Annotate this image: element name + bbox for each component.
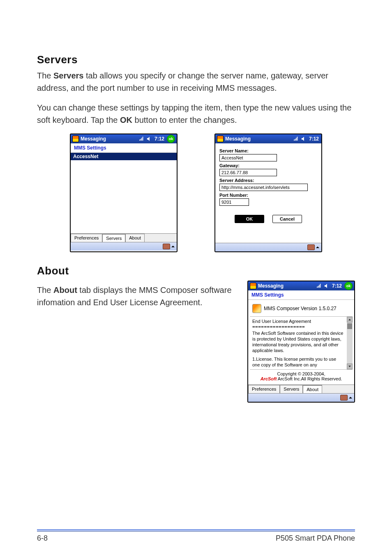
scroll-thumb[interactable]: [347, 323, 352, 329]
pda-screenshot-servers-list: Messaging 7:12 ok MMS Settings AccessNet…: [70, 134, 178, 252]
keyboard-icon[interactable]: [163, 244, 170, 249]
scroll-up-icon[interactable]: [347, 317, 353, 322]
cancel-button[interactable]: Cancel: [272, 215, 302, 223]
label-port-number: Port Number:: [219, 193, 317, 198]
keyboard-menu-arrow-icon[interactable]: [316, 245, 320, 249]
speaker-icon[interactable]: [146, 136, 152, 141]
signal-icon[interactable]: [139, 136, 145, 141]
pda-footer: [215, 243, 321, 251]
product-name: P505 Smart PDA Phone: [276, 534, 355, 543]
servers-word-bold: Servers: [53, 71, 83, 80]
servers-paragraph-2: You can change these settings by tapping…: [37, 101, 355, 126]
mms-settings-subheader: MMS Settings: [71, 143, 177, 153]
servers-screenshots-row: Messaging 7:12 ok MMS Settings AccessNet…: [37, 134, 355, 252]
copyright-line-2-rest: ArcSoft Inc.All Rights Reserved.: [277, 376, 342, 381]
ok-badge-icon[interactable]: ok: [344, 282, 353, 290]
input-server-address[interactable]: [219, 184, 308, 191]
tab-about[interactable]: About: [125, 234, 145, 242]
ok-button[interactable]: OK: [235, 215, 264, 223]
eula-scrollbar[interactable]: [347, 317, 353, 369]
input-port-number[interactable]: [219, 198, 249, 206]
label-server-name: Server Name:: [219, 148, 317, 153]
eula-title: End User License Agreement: [252, 318, 344, 324]
server-list-item-selected[interactable]: AccessNet: [71, 153, 177, 160]
composer-app-icon: [252, 304, 261, 313]
keyboard-menu-arrow-icon[interactable]: [348, 396, 353, 400]
about-copyright: Copyright © 2003-2004, ArcSoft ArcSoft I…: [250, 369, 353, 384]
copyright-line-1: Copyright © 2003-2004,: [251, 371, 352, 376]
settings-tabs: Preferences Servers About: [248, 385, 354, 393]
ok-word-bold: OK: [120, 115, 132, 124]
footer-sub-rule: [37, 531, 355, 532]
page-footer: 6-8 P505 Smart PDA Phone: [37, 530, 355, 543]
text-span: The: [37, 286, 53, 295]
server-list-empty-area[interactable]: [71, 160, 177, 233]
titlebar: Messaging 7:12 ok: [71, 134, 177, 143]
about-version-text: MMS Composer Version 1.5.0.27: [264, 306, 337, 311]
start-flag-icon[interactable]: [72, 136, 79, 142]
about-word-bold: About: [53, 286, 77, 295]
copyright-line-2: ArcSoft ArcSoft Inc.All Rights Reserved.: [251, 376, 352, 381]
about-paragraph: The About tab displays the MMS Composer …: [37, 284, 235, 309]
pda-footer: [71, 242, 177, 251]
scroll-down-icon[interactable]: [347, 364, 353, 369]
signal-icon[interactable]: [293, 136, 299, 141]
servers-paragraph-1: The Servers tab allows you specify or ch…: [37, 69, 355, 94]
start-flag-icon[interactable]: [250, 283, 256, 289]
app-title: Messaging: [258, 283, 315, 289]
arcsoft-logo-text: ArcSoft: [261, 376, 277, 381]
eula-text: End User License Agreement =============…: [250, 317, 347, 369]
clock-text: 7:12: [154, 136, 165, 142]
app-title: Messaging: [81, 136, 137, 142]
about-body: MMS Composer Version 1.5.0.27 End User L…: [248, 300, 354, 385]
pda-footer: [248, 393, 354, 402]
about-version-row: MMS Composer Version 1.5.0.27: [250, 302, 353, 317]
clock-text: 7:12: [331, 283, 343, 289]
ok-badge-icon[interactable]: ok: [167, 135, 175, 143]
footer-rule: [37, 530, 355, 530]
mms-settings-subheader: MMS Settings: [248, 290, 354, 300]
tab-servers[interactable]: Servers: [102, 234, 125, 242]
text-span: The: [37, 71, 53, 80]
tab-about[interactable]: About: [303, 385, 322, 393]
speaker-icon[interactable]: [324, 283, 330, 288]
speaker-icon[interactable]: [301, 136, 307, 141]
tab-servers[interactable]: Servers: [280, 385, 303, 393]
server-edit-form: Server Name: Gateway: Server Address: Po…: [215, 143, 321, 243]
eula-paragraph-1: The ArcSoft Software contained in this d…: [252, 330, 344, 354]
text-span: button to enter the changes.: [132, 115, 237, 124]
label-server-address: Server Address:: [219, 178, 317, 183]
tab-preferences[interactable]: Preferences: [71, 234, 102, 242]
input-server-name[interactable]: [219, 154, 277, 161]
titlebar: Messaging 7:12 ok: [248, 281, 354, 290]
tab-preferences[interactable]: Preferences: [248, 385, 280, 393]
clock-text: 7:12: [308, 136, 320, 142]
eula-divider: ==================: [252, 324, 344, 330]
pda-screenshot-server-edit: Messaging 7:12 Server Name: Gateway: Ser…: [214, 134, 322, 252]
app-title: Messaging: [225, 136, 292, 142]
keyboard-icon[interactable]: [307, 244, 315, 250]
start-flag-icon[interactable]: [217, 136, 224, 142]
servers-list-area: AccessNet: [71, 153, 177, 233]
keyboard-menu-arrow-icon[interactable]: [171, 244, 175, 249]
titlebar: Messaging 7:12: [215, 134, 321, 143]
eula-paragraph-2: 1.License. This license permits you to u…: [252, 356, 344, 368]
servers-heading: Servers: [37, 53, 355, 66]
keyboard-icon[interactable]: [340, 395, 348, 401]
settings-tabs: Preferences Servers About: [71, 233, 177, 242]
signal-icon[interactable]: [316, 283, 322, 288]
page-number: 6-8: [37, 534, 48, 543]
about-heading: About: [37, 265, 355, 277]
eula-area: End User License Agreement =============…: [250, 317, 353, 369]
input-gateway[interactable]: [219, 169, 277, 176]
pda-screenshot-about: Messaging 7:12 ok MMS Settings MMS Compo…: [247, 281, 355, 403]
label-gateway: Gateway:: [219, 163, 317, 168]
